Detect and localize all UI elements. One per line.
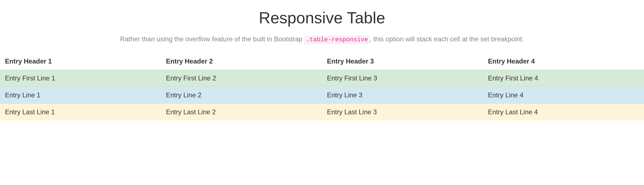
page-description: Rather than using the overflow feature o… bbox=[0, 35, 644, 43]
page-title: Responsive Table bbox=[0, 8, 644, 27]
table-cell: Entry Line 4 bbox=[483, 87, 644, 104]
table-cell: Entry Last Line 3 bbox=[322, 104, 483, 121]
table-row: Entry Last Line 1 Entry Last Line 2 Entr… bbox=[0, 104, 644, 121]
table-cell: Entry First Line 1 bbox=[0, 70, 161, 87]
table-body: Entry First Line 1 Entry First Line 2 En… bbox=[0, 70, 644, 121]
table-cell: Entry Line 1 bbox=[0, 87, 161, 104]
description-text-after: , this option will stack each cell at th… bbox=[370, 35, 524, 43]
table-header: Entry Header 1 bbox=[0, 53, 161, 70]
table-header: Entry Header 2 bbox=[161, 53, 322, 70]
table-cell: Entry First Line 4 bbox=[483, 70, 644, 87]
table-head: Entry Header 1 Entry Header 2 Entry Head… bbox=[0, 53, 644, 70]
table-cell: Entry Line 2 bbox=[161, 87, 322, 104]
description-text-before: Rather than using the overflow feature o… bbox=[120, 35, 304, 43]
page-container: Responsive Table Rather than using the o… bbox=[0, 0, 644, 120]
table-row: Entry First Line 1 Entry First Line 2 En… bbox=[0, 70, 644, 87]
table-row: Entry Line 1 Entry Line 2 Entry Line 3 E… bbox=[0, 87, 644, 104]
table-cell: Entry First Line 2 bbox=[161, 70, 322, 87]
table-header: Entry Header 4 bbox=[483, 53, 644, 70]
description-code: .table-responsive bbox=[304, 36, 370, 44]
table-header: Entry Header 3 bbox=[322, 53, 483, 70]
table-cell: Entry Last Line 1 bbox=[0, 104, 161, 121]
table-header-row: Entry Header 1 Entry Header 2 Entry Head… bbox=[0, 53, 644, 70]
table-cell: Entry Last Line 2 bbox=[161, 104, 322, 121]
table-cell: Entry Last Line 4 bbox=[483, 104, 644, 121]
table-cell: Entry Line 3 bbox=[322, 87, 483, 104]
table-cell: Entry First Line 3 bbox=[322, 70, 483, 87]
responsive-table: Entry Header 1 Entry Header 2 Entry Head… bbox=[0, 53, 644, 120]
